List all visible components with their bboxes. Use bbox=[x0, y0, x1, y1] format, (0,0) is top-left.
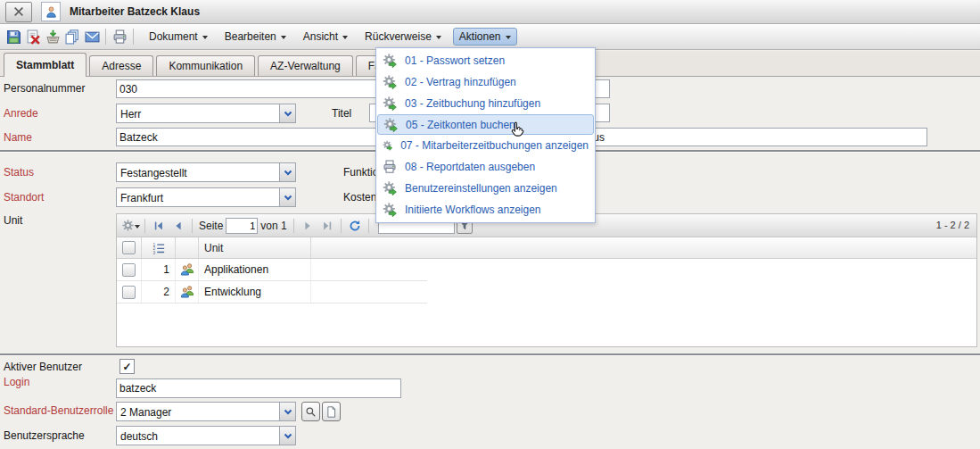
rolle-search-button[interactable] bbox=[301, 402, 320, 421]
menu-item-reportdaten-ausgeben[interactable]: 08 - Reportdaten ausgeben bbox=[377, 156, 594, 178]
last-page-button[interactable] bbox=[318, 217, 336, 234]
next-page-button[interactable] bbox=[299, 217, 317, 234]
menu-rueckverweise[interactable]: Rückverweise bbox=[359, 28, 447, 46]
numbered-list-icon bbox=[152, 242, 165, 254]
grid-settings-button[interactable] bbox=[122, 217, 140, 234]
page-label: Seite bbox=[199, 220, 223, 232]
vorname-input[interactable] bbox=[574, 128, 927, 146]
next-page-icon bbox=[301, 220, 314, 232]
unit-name: Entwicklung bbox=[199, 281, 311, 303]
printer-icon bbox=[383, 160, 397, 174]
tab-az-verwaltung[interactable]: AZ-Verwaltung bbox=[258, 55, 353, 76]
toolbar-separator bbox=[133, 29, 134, 45]
delete-icon bbox=[26, 29, 41, 45]
unit-table: Seite von 1 1 - 2 / 2 Unit 1 Applikation… bbox=[116, 213, 977, 347]
combo-trigger[interactable] bbox=[279, 163, 295, 181]
status-label: Status bbox=[4, 166, 34, 179]
unit-label: Unit bbox=[4, 214, 22, 227]
copy-button[interactable] bbox=[63, 28, 81, 46]
benutzerrolle-label: Standard-Benutzerrolle bbox=[4, 404, 113, 417]
menu-aktionen[interactable]: Aktionen bbox=[453, 28, 517, 46]
save-icon bbox=[6, 29, 21, 45]
person-icon bbox=[45, 5, 58, 19]
gear-run-icon bbox=[383, 54, 397, 68]
section-divider bbox=[0, 353, 980, 355]
combo-trigger[interactable] bbox=[279, 403, 295, 420]
tab-kommunikation[interactable]: Kommunikation bbox=[156, 55, 255, 76]
close-button[interactable] bbox=[5, 2, 32, 22]
menu-item-passwort-setzen[interactable]: 01 - Passwort setzen bbox=[377, 50, 594, 71]
select-all-checkbox[interactable] bbox=[122, 241, 136, 254]
row-checkbox[interactable] bbox=[122, 263, 136, 277]
first-page-button[interactable] bbox=[150, 217, 168, 234]
close-icon bbox=[12, 5, 25, 18]
prev-page-button[interactable] bbox=[169, 217, 187, 234]
refresh-button[interactable] bbox=[346, 217, 364, 234]
rolle-new-button[interactable] bbox=[322, 402, 341, 421]
page-of-label: von 1 bbox=[260, 220, 286, 232]
first-page-icon bbox=[152, 220, 165, 232]
anrede-label: Anrede bbox=[4, 107, 38, 120]
anrede-select[interactable]: Herr bbox=[116, 104, 296, 123]
toolbar: Dokument Bearbeiten Ansicht Rückverweise… bbox=[0, 24, 980, 50]
import-icon bbox=[45, 29, 61, 45]
kostenstelle-label: Kosten bbox=[343, 191, 376, 204]
menu-item-zeitkonten-buchen[interactable]: 05 - Zeitkonten buchen bbox=[377, 114, 594, 135]
import-button[interactable] bbox=[44, 28, 62, 46]
prev-page-icon bbox=[172, 220, 185, 232]
benutzerrolle-select[interactable]: 2 Manager bbox=[116, 402, 296, 421]
login-label: Login bbox=[4, 376, 29, 388]
aktionen-dropdown-menu: 01 - Passwort setzen 02 - Vertrag hinzuf… bbox=[375, 47, 596, 223]
aktiver-benutzer-checkbox[interactable]: ✓ bbox=[119, 359, 135, 374]
tab-stammblatt[interactable]: Stammblatt bbox=[4, 53, 86, 77]
funktion-label: Funktio bbox=[343, 166, 378, 179]
people-icon bbox=[180, 285, 194, 299]
menu-item-zeitbuchung-hinzufuegen[interactable]: 03 - Zeitbuchung hinzufügen bbox=[377, 93, 594, 114]
gear-run-icon bbox=[383, 75, 397, 89]
menu-dokument[interactable]: Dokument bbox=[144, 28, 213, 46]
benutzersprache-label: Benutzersprache bbox=[4, 429, 85, 442]
table-row[interactable]: 1 Applikationen bbox=[117, 259, 427, 281]
menu-bearbeiten[interactable]: Bearbeiten bbox=[219, 28, 292, 46]
menu-item-benutzereinstellungen[interactable]: Benutzereinstellungen anzeigen bbox=[377, 178, 594, 199]
chevron-down-icon bbox=[284, 195, 292, 201]
combo-trigger[interactable] bbox=[279, 188, 295, 206]
chevron-down-icon bbox=[506, 36, 511, 42]
standort-select[interactable]: Frankfurt bbox=[116, 187, 296, 207]
menu-item-mitarbeiterzeitbuchungen[interactable]: 07 - Mitarbeiterzeitbuchungen anzeigen bbox=[377, 135, 594, 156]
hand-cursor bbox=[508, 120, 529, 140]
unit-name: Applikationen bbox=[199, 259, 311, 280]
gear-run-icon bbox=[383, 118, 398, 132]
tab-adresse[interactable]: Adresse bbox=[89, 55, 153, 76]
printer-icon bbox=[112, 29, 128, 45]
row-checkbox[interactable] bbox=[122, 286, 136, 299]
chevron-down-icon bbox=[284, 111, 292, 117]
combo-trigger[interactable] bbox=[279, 104, 295, 122]
delete-button[interactable] bbox=[24, 28, 42, 46]
pager-separator bbox=[144, 219, 145, 233]
toolbar-separator bbox=[105, 29, 106, 45]
last-page-icon bbox=[321, 220, 334, 232]
pager-separator bbox=[341, 219, 342, 233]
status-select[interactable]: Festangestellt bbox=[116, 162, 296, 182]
menu-ansicht[interactable]: Ansicht bbox=[298, 28, 353, 46]
row-number: 1 bbox=[142, 259, 176, 280]
save-button[interactable] bbox=[4, 28, 22, 46]
personalnummer-label: Personalnummer bbox=[4, 82, 85, 95]
menu-item-initiierte-workflows[interactable]: Initiierte Workflows anzeigen bbox=[377, 199, 594, 220]
icon-column-header[interactable] bbox=[176, 237, 199, 258]
unit-column-header[interactable]: Unit bbox=[199, 237, 311, 258]
combo-trigger[interactable] bbox=[279, 427, 295, 445]
table-row[interactable]: 2 Entwicklung bbox=[117, 281, 427, 303]
menu-item-vertrag-hinzufuegen[interactable]: 02 - Vertrag hinzufügen bbox=[377, 71, 594, 93]
print-button[interactable] bbox=[111, 28, 128, 46]
copy-icon bbox=[65, 29, 80, 45]
login-input[interactable] bbox=[116, 378, 401, 398]
chevron-down-icon bbox=[135, 225, 140, 231]
row-number-header[interactable] bbox=[142, 237, 176, 258]
mail-button[interactable] bbox=[83, 28, 101, 46]
gear-icon bbox=[122, 219, 134, 232]
benutzersprache-select[interactable]: deutsch bbox=[116, 426, 296, 445]
page-number-input[interactable] bbox=[226, 218, 258, 234]
unit-table-header: Unit bbox=[117, 237, 976, 259]
